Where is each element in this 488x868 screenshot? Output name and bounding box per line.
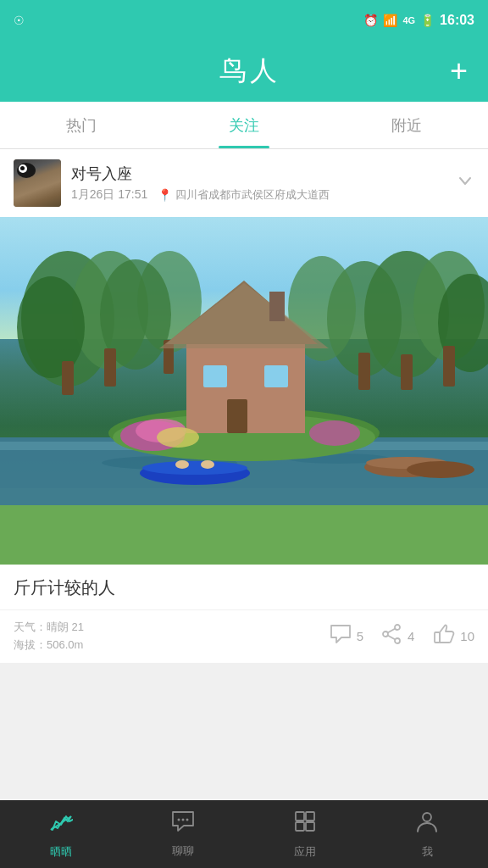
apps-icon <box>293 810 317 839</box>
svg-point-20 <box>102 456 237 470</box>
status-bar-left: ☉ <box>14 14 25 27</box>
svg-point-32 <box>136 419 186 442</box>
weather-line2: 海拔：506.0m <box>14 637 330 654</box>
me-icon <box>415 810 439 839</box>
wifi-icon: 📶 <box>383 14 397 27</box>
comment-count: 5 <box>357 629 363 643</box>
post-time-location: 1月26日 17:51 📍 四川省成都市武侯区府成大道西 <box>71 187 456 203</box>
svg-rect-12 <box>401 354 413 390</box>
svg-point-37 <box>175 460 189 469</box>
post-card: 对号入座 1月26日 17:51 📍 四川省成都市武侯区府成大道西 <box>0 149 488 663</box>
svg-rect-47 <box>435 632 440 643</box>
post-actions: 5 4 <box>330 624 474 649</box>
like-action[interactable]: 10 <box>431 624 474 649</box>
svg-point-49 <box>178 818 180 821</box>
svg-rect-54 <box>296 822 304 831</box>
app-header: 鸟人 + <box>0 41 488 102</box>
svg-rect-10 <box>62 361 74 395</box>
svg-point-50 <box>182 818 185 821</box>
svg-point-36 <box>142 461 247 475</box>
post-weather: 天气：晴朗 21 海拔：506.0m <box>14 619 330 654</box>
tab-follow-label: 关注 <box>229 115 259 136</box>
svg-point-43 <box>395 638 400 643</box>
svg-line-46 <box>387 635 395 639</box>
svg-line-45 <box>387 628 395 632</box>
post-meta: 对号入座 1月26日 17:51 📍 四川省成都市武侯区府成大道西 <box>71 164 456 203</box>
svg-point-38 <box>201 460 214 469</box>
content-area: 对号入座 1月26日 17:51 📍 四川省成都市武侯区府成大道西 <box>0 149 488 800</box>
alarm-icon: ⏰ <box>363 14 378 27</box>
tab-nearby-label: 附近 <box>391 115 422 136</box>
notification-icon: ☉ <box>14 14 25 27</box>
svg-point-56 <box>423 813 431 821</box>
svg-rect-17 <box>0 505 488 565</box>
post-header: 对号入座 1月26日 17:51 📍 四川省成都市武侯区府成大道西 <box>0 149 488 217</box>
svg-point-40 <box>366 457 447 469</box>
svg-point-23 <box>113 414 375 461</box>
svg-rect-19 <box>0 442 488 450</box>
svg-rect-52 <box>296 812 304 821</box>
svg-rect-11 <box>104 348 116 387</box>
post-location-text: 四川省成都市武侯区府成大道西 <box>175 187 330 203</box>
tab-hot-label: 热门 <box>66 115 97 136</box>
nav-me[interactable]: 我 <box>366 810 488 860</box>
comment-action[interactable]: 5 <box>330 624 363 649</box>
svg-rect-15 <box>164 340 174 374</box>
battery-icon: 🔋 <box>420 14 435 27</box>
post-caption-text: 斤斤计较的人 <box>14 578 115 597</box>
tab-hot[interactable]: 热门 <box>0 102 163 148</box>
share-action[interactable]: 4 <box>380 624 414 649</box>
svg-rect-13 <box>443 346 455 387</box>
chat-label: 聊聊 <box>172 843 194 859</box>
nav-shareshai[interactable]: 晒晒 <box>0 810 122 860</box>
share-icon <box>380 624 402 649</box>
svg-point-34 <box>157 427 199 448</box>
svg-rect-16 <box>0 488 488 565</box>
shareshai-label: 晒晒 <box>50 844 72 860</box>
post-caption: 斤斤计较的人 <box>0 565 488 609</box>
svg-point-22 <box>108 408 380 459</box>
add-post-button[interactable]: + <box>450 53 468 89</box>
like-icon <box>431 624 455 649</box>
nav-apps[interactable]: 应用 <box>244 810 366 860</box>
svg-point-44 <box>383 632 388 637</box>
svg-point-39 <box>364 457 449 477</box>
svg-rect-29 <box>264 365 288 387</box>
bottom-navigation: 晒晒 聊聊 应用 <box>0 800 488 868</box>
svg-point-42 <box>395 625 400 630</box>
me-label: 我 <box>422 844 433 860</box>
svg-point-51 <box>186 818 189 821</box>
apps-label: 应用 <box>294 844 316 860</box>
svg-rect-30 <box>227 399 247 433</box>
status-bar: ☉ ⏰ 📶 4G 🔋 16:03 <box>0 0 488 41</box>
shareshai-icon <box>49 810 73 839</box>
svg-point-35 <box>140 461 250 485</box>
post-footer: 天气：晴朗 21 海拔：506.0m 5 <box>0 609 488 663</box>
like-count: 10 <box>460 629 474 643</box>
tab-nearby[interactable]: 附近 <box>325 102 488 148</box>
post-image[interactable] <box>0 217 488 565</box>
chat-icon <box>171 810 195 838</box>
svg-rect-55 <box>306 822 314 831</box>
status-bar-right: ⏰ 📶 4G 🔋 16:03 <box>363 13 474 28</box>
post-username: 对号入座 <box>71 164 456 184</box>
location-pin-icon: 📍 <box>158 188 172 202</box>
svg-rect-28 <box>203 365 227 387</box>
post-time: 1月26日 17:51 <box>71 187 147 203</box>
svg-point-31 <box>120 420 185 451</box>
post-expand-button[interactable] <box>456 171 474 195</box>
app-title: 鸟人 <box>51 53 450 90</box>
svg-point-41 <box>407 461 474 478</box>
post-location: 📍 四川省成都市武侯区府成大道西 <box>158 187 330 203</box>
svg-rect-18 <box>0 437 488 505</box>
svg-rect-24 <box>186 340 305 433</box>
avatar[interactable] <box>14 159 61 207</box>
signal-4g-icon: 4G <box>402 15 415 25</box>
svg-rect-14 <box>358 353 370 390</box>
tab-follow[interactable]: 关注 <box>163 102 325 148</box>
weather-line1: 天气：晴朗 21 <box>14 619 330 637</box>
image-sky <box>0 217 488 339</box>
comment-icon <box>330 624 352 649</box>
tab-navigation: 热门 关注 附近 <box>0 102 488 149</box>
nav-chat[interactable]: 聊聊 <box>122 810 244 859</box>
